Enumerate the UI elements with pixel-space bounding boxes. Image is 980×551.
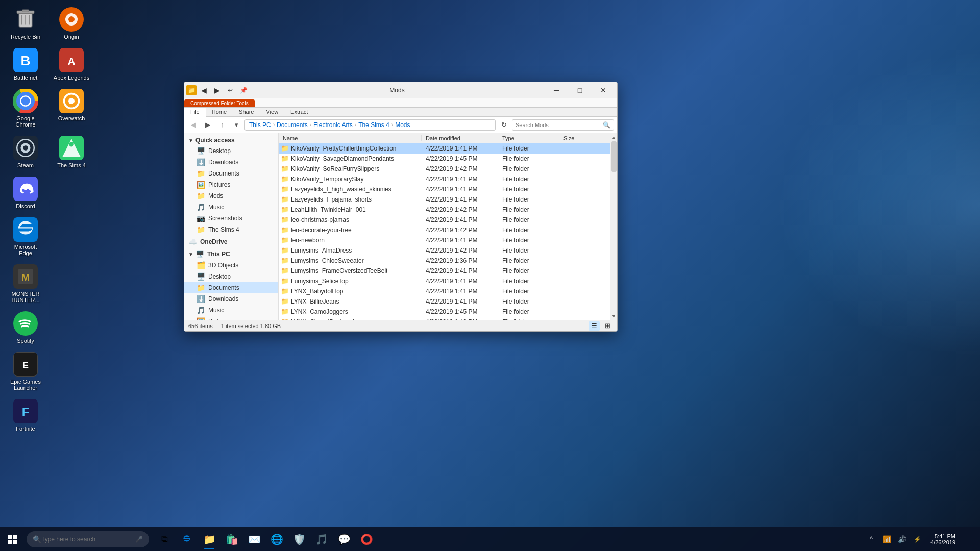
column-header-type[interactable]: Type (498, 135, 559, 141)
title-pin-btn[interactable]: 📌 (237, 84, 250, 96)
minimize-button[interactable]: ─ (545, 82, 568, 98)
table-row[interactable]: 📁 LeahLilith_TwinkleHair_001 4/22/2019 1… (279, 205, 610, 215)
table-row[interactable]: 📁 Lumysims_FrameOversizedTeeBelt 4/22/20… (279, 266, 610, 276)
desktop-icon-fortnite[interactable]: F Fortnite (5, 397, 46, 434)
desktop-icon-chrome[interactable]: Google Chrome (5, 87, 46, 130)
desktop-icon-battlenet[interactable]: B Battle.net (5, 46, 46, 83)
sidebar-item-mods[interactable]: 📁 Mods (184, 190, 278, 202)
taskbar-origin[interactable]: ⭕ (355, 528, 378, 550)
tray-network[interactable]: 📶 (879, 532, 894, 546)
taskbar-time[interactable]: 5:41 PM 4/26/2019 (926, 533, 960, 545)
scroll-down-button[interactable]: ▼ (610, 312, 618, 320)
table-row[interactable]: 📁 KikoVanity_TemporarySlay 4/22/2019 1:4… (279, 174, 610, 184)
table-row[interactable]: 📁 leo-decorate-your-tree 4/22/2019 1:42 … (279, 225, 610, 235)
taskbar-task-view[interactable]: ⧉ (153, 528, 176, 550)
desktop-icon-origin[interactable]: Origin (51, 5, 92, 42)
recent-button[interactable]: ▾ (230, 119, 242, 131)
ribbon-tab-extract[interactable]: Extract (284, 108, 314, 116)
sidebar-item-3dobjects[interactable]: 🗂️ 3D Objects (184, 260, 278, 271)
up-button[interactable]: ↑ (216, 119, 228, 131)
taskbar-edge[interactable] (176, 528, 198, 550)
sidebar-quick-access-header[interactable]: ▼ Quick access (184, 135, 278, 145)
sidebar-item-pictures-qa[interactable]: 🖼️ Pictures 📌 (184, 179, 278, 190)
breadcrumb-this-pc[interactable]: This PC (248, 121, 272, 129)
taskbar-discord[interactable]: 💬 (333, 528, 355, 550)
title-back-btn[interactable]: ◀ (198, 84, 210, 96)
table-row[interactable]: 📁 Lazyeyelids_f_pajama_shorts 4/22/2019 … (279, 194, 610, 205)
scrollbar-thumb[interactable] (611, 141, 617, 172)
breadcrumb-sims4[interactable]: The Sims 4 (357, 121, 390, 129)
column-header-date[interactable]: Date modified (422, 135, 498, 141)
table-row[interactable]: 📁 leo-newborn 4/22/2019 1:41 PM File fol… (279, 235, 610, 245)
close-button[interactable]: ✕ (592, 82, 615, 98)
title-forward-btn[interactable]: ▶ (211, 84, 223, 96)
table-row[interactable]: 📁 Lumysims_AlmaDress 4/22/2019 1:42 PM F… (279, 245, 610, 256)
ribbon-compressed-tools[interactable]: Compressed Folder Tools (184, 99, 255, 107)
taskbar-search-input[interactable] (41, 536, 135, 543)
tray-battery[interactable]: ⚡ (910, 532, 924, 546)
sidebar-item-desktop-qa[interactable]: 🖥️ Desktop 📌 (184, 145, 278, 157)
desktop-icon-apex[interactable]: A Apex Legends (51, 46, 92, 83)
table-row[interactable]: 📁 LYNX_BillieJeans 4/22/2019 1:41 PM Fil… (279, 296, 610, 307)
microphone-icon[interactable]: 🎤 (135, 536, 143, 543)
desktop-icon-spotify[interactable]: Spotify (5, 309, 46, 346)
column-header-size[interactable]: Size (559, 135, 600, 141)
start-button[interactable] (0, 527, 24, 552)
table-row[interactable]: 📁 KikoVanity_PrettyChillerthingCollectio… (279, 143, 610, 154)
desktop-icon-monster-hunter[interactable]: M MONSTER HUNTER... (5, 262, 46, 305)
breadcrumb-documents[interactable]: Documents (276, 121, 309, 129)
title-undo-btn[interactable]: ↩ (224, 84, 236, 96)
ribbon-tab-share[interactable]: Share (233, 108, 260, 116)
ribbon-tab-home[interactable]: Home (206, 108, 233, 116)
breadcrumb-ea[interactable]: Electronic Arts (312, 121, 354, 129)
table-row[interactable]: 📁 Lumysims_SeliceTop 4/22/2019 1:41 PM F… (279, 276, 610, 286)
taskbar-store[interactable]: 🛍️ (220, 528, 243, 550)
taskbar-search-box[interactable]: 🔍 🎤 (27, 531, 149, 547)
table-row[interactable]: 📁 LYNX_CamoJoggers 4/22/2019 1:45 PM Fil… (279, 307, 610, 317)
ribbon-tab-file[interactable]: File (184, 108, 206, 117)
desktop-icon-epic[interactable]: E Epic Games Launcher (5, 350, 46, 393)
sidebar-this-pc-header[interactable]: ▼ 🖥️ This PC (184, 248, 278, 260)
desktop-icon-sims4[interactable]: The Sims 4 (51, 134, 92, 170)
search-input[interactable] (516, 122, 601, 128)
table-row[interactable]: 📁 LYNX_BabydollTop 4/22/2019 1:41 PM Fil… (279, 286, 610, 296)
search-bar[interactable]: 🔍 (512, 119, 614, 131)
table-row[interactable]: 📁 Lumysims_ChloeSweeater 4/22/2019 1:36 … (279, 256, 610, 266)
desktop-icon-overwatch[interactable]: Overwatch (51, 87, 92, 130)
maximize-button[interactable]: □ (568, 82, 592, 98)
scrollbar[interactable]: ▲ ▼ (610, 133, 617, 320)
show-desktop-button[interactable] (962, 532, 976, 546)
sidebar-item-downloads-qa[interactable]: ⬇️ Downloads 📌 (184, 157, 278, 168)
desktop-icon-discord[interactable]: Discord (5, 174, 46, 211)
desktop-icon-recycle-bin[interactable]: Recycle Bin (5, 5, 46, 42)
back-button[interactable]: ◀ (187, 119, 200, 131)
forward-button[interactable]: ▶ (202, 119, 214, 131)
sidebar-item-documents-qa[interactable]: 📁 Documents 📌 (184, 168, 278, 179)
sidebar-item-desktop-pc[interactable]: 🖥️ Desktop (184, 271, 278, 282)
tray-volume[interactable]: 🔊 (895, 532, 909, 546)
breadcrumb-mods[interactable]: Mods (394, 121, 411, 129)
details-view-button[interactable]: ☰ (589, 321, 600, 331)
table-row[interactable]: 📁 leo-christmas-pjamas 4/22/2019 1:41 PM… (279, 215, 610, 225)
sidebar-item-music-pc[interactable]: 🎵 Music (184, 305, 278, 316)
sidebar-item-music[interactable]: 🎵 Music (184, 202, 278, 213)
taskbar-file-explorer[interactable]: 📁 (198, 528, 220, 550)
desktop-icon-steam[interactable]: Steam (5, 134, 46, 170)
column-header-name[interactable]: Name (279, 135, 422, 141)
table-row[interactable]: 📁 Lazyeyelids_f_high_wasted_skinnies 4/2… (279, 184, 610, 194)
taskbar-spotify[interactable]: 🎵 (310, 528, 333, 550)
tiles-view-button[interactable]: ⊞ (602, 321, 613, 331)
table-row[interactable]: 📁 KikoVanity_SoRealFurrySlippers 4/22/20… (279, 164, 610, 174)
sidebar-onedrive-header[interactable]: ☁️ OneDrive (184, 236, 278, 247)
scroll-up-button[interactable]: ▲ (610, 133, 618, 141)
refresh-button[interactable]: ↻ (498, 119, 510, 131)
table-row[interactable]: 📁 KikoVanity_SavageDiamondPendants 4/22/… (279, 154, 610, 164)
taskbar-defender[interactable]: 🛡️ (288, 528, 310, 550)
desktop-icon-edge[interactable]: Microsoft Edge (5, 215, 46, 258)
tray-show-hidden[interactable]: ^ (864, 532, 878, 546)
sidebar-item-sims4[interactable]: 📁 The Sims 4 (184, 224, 278, 235)
sidebar-item-screenshots[interactable]: 📷 Screenshots (184, 213, 278, 224)
ribbon-tab-view[interactable]: View (260, 108, 284, 116)
sidebar-item-downloads-pc[interactable]: ⬇️ Downloads (184, 293, 278, 305)
breadcrumb[interactable]: This PC › Documents › Electronic Arts › … (244, 119, 496, 131)
